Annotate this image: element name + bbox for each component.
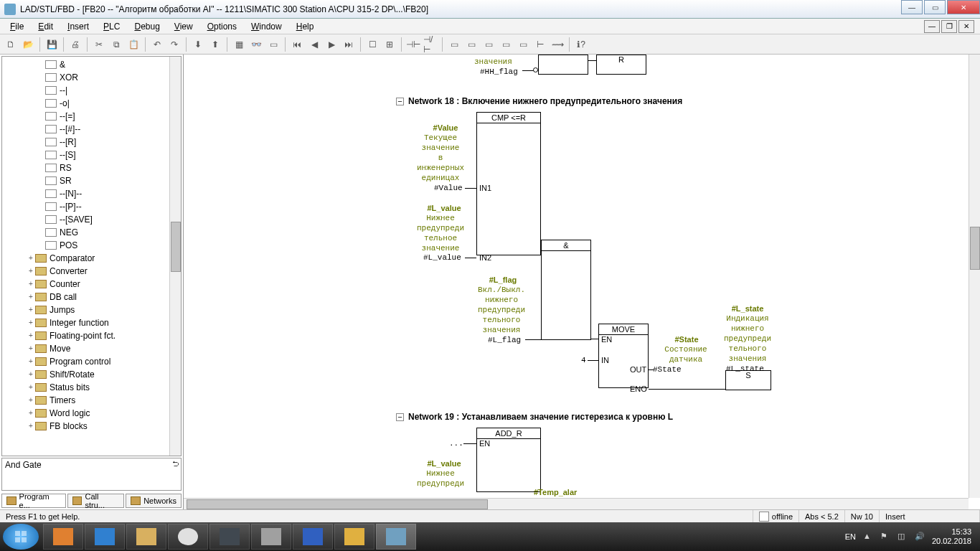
tree-item[interactable]: +Program control bbox=[8, 355, 181, 368]
task-paint[interactable] bbox=[334, 524, 374, 550]
fbd3-icon[interactable]: ▭ bbox=[481, 37, 496, 52]
fbd4-icon[interactable]: ▭ bbox=[498, 37, 514, 52]
menu-help[interactable]: Help bbox=[289, 20, 321, 33]
tree-item[interactable]: +DB call bbox=[8, 291, 181, 303]
task-explorer[interactable] bbox=[126, 524, 166, 550]
network-19-title[interactable]: −Network 19 : Устанавливаем значение гис… bbox=[396, 412, 673, 422]
start-button[interactable] bbox=[3, 524, 39, 550]
goto-next-icon[interactable]: ▶ bbox=[324, 37, 339, 52]
tree-item[interactable]: POS bbox=[8, 239, 181, 252]
minimize-button[interactable]: — bbox=[901, 0, 923, 14]
collapse-icon[interactable]: − bbox=[396, 413, 404, 421]
tree-item[interactable]: +Integer function bbox=[8, 316, 181, 329]
expand-icon[interactable]: + bbox=[27, 316, 35, 329]
tree-item[interactable]: --[N]-- bbox=[8, 187, 181, 200]
tree-item[interactable]: +Word logic bbox=[8, 407, 181, 420]
tree-item[interactable]: RS bbox=[8, 161, 181, 174]
tree-item[interactable]: --[S] bbox=[8, 149, 181, 161]
menu-debug[interactable]: Debug bbox=[127, 20, 166, 33]
paste-icon[interactable]: 📋 bbox=[126, 37, 141, 52]
mdi-restore[interactable]: ❐ bbox=[941, 20, 957, 33]
tree-item[interactable]: +FB blocks bbox=[8, 420, 181, 433]
mdi-close[interactable]: ✕ bbox=[958, 20, 974, 33]
help-icon[interactable]: ℹ? bbox=[573, 37, 589, 52]
tree-item[interactable]: +Move bbox=[8, 342, 181, 355]
flag-icon[interactable]: ⚑ bbox=[880, 532, 890, 542]
menu-plc[interactable]: PLC bbox=[96, 20, 127, 33]
menu-edit[interactable]: Edit bbox=[31, 20, 60, 33]
expand-icon[interactable]: + bbox=[27, 291, 35, 303]
frag-block[interactable] bbox=[538, 55, 588, 75]
expand-icon[interactable]: + bbox=[27, 252, 35, 265]
tree-item[interactable]: +Counter bbox=[8, 278, 181, 291]
expand-icon[interactable]: + bbox=[27, 394, 35, 407]
expand-icon[interactable]: + bbox=[27, 265, 35, 278]
tree-item[interactable]: --| bbox=[8, 84, 181, 97]
expand-icon[interactable]: + bbox=[27, 407, 35, 420]
tab-program-elements[interactable]: Program e... bbox=[1, 494, 66, 508]
print-icon[interactable]: 🖨 bbox=[67, 37, 83, 52]
editor-scrollbar-h[interactable] bbox=[184, 498, 969, 509]
expand-icon[interactable]: + bbox=[27, 368, 35, 381]
expand-icon[interactable]: + bbox=[27, 355, 35, 368]
tree-scrollbar[interactable] bbox=[169, 57, 181, 456]
module-icon[interactable]: ▦ bbox=[231, 37, 247, 52]
tree-item[interactable]: +Jumps bbox=[8, 303, 181, 316]
expand-icon[interactable]: + bbox=[27, 303, 35, 316]
tree-item[interactable]: --[R] bbox=[8, 136, 181, 149]
editor-scrollbar-v[interactable] bbox=[969, 55, 980, 498]
branch-icon[interactable]: ⊢ bbox=[532, 37, 548, 52]
new-icon[interactable]: 🗋 bbox=[3, 37, 19, 52]
fbd2-icon[interactable]: ▭ bbox=[463, 37, 479, 52]
tree-item[interactable]: +Converter bbox=[8, 265, 181, 278]
network-18-title[interactable]: −Network 18 : Включение нижнего предупре… bbox=[396, 96, 682, 106]
overview-icon[interactable]: ⊞ bbox=[382, 37, 397, 52]
tray-up-icon[interactable]: ▲ bbox=[863, 532, 873, 542]
collapse-icon[interactable]: ⮌ bbox=[172, 460, 179, 468]
menu-window[interactable]: Window bbox=[244, 20, 289, 33]
monitor-icon[interactable]: 👓 bbox=[248, 37, 264, 52]
task-chrome[interactable] bbox=[168, 524, 208, 550]
editor-thumb-h[interactable] bbox=[187, 499, 488, 509]
cut-icon[interactable]: ✂ bbox=[91, 37, 107, 52]
tree-scroll-thumb[interactable] bbox=[171, 222, 181, 272]
collapse-icon[interactable]: − bbox=[396, 98, 404, 105]
task-tia[interactable] bbox=[209, 524, 250, 550]
addr-block[interactable]: ADD_R bbox=[476, 428, 541, 492]
expand-icon[interactable]: + bbox=[27, 329, 35, 342]
clock[interactable]: 15:33 20.02.2018 bbox=[932, 527, 971, 546]
task-app1[interactable] bbox=[251, 524, 291, 550]
tree-item[interactable]: +Status bits bbox=[8, 381, 181, 394]
goto-first-icon[interactable]: ⏮ bbox=[289, 37, 305, 52]
fbd5-icon[interactable]: ▭ bbox=[515, 37, 531, 52]
tree-item[interactable]: +Floating-point fct. bbox=[8, 329, 181, 342]
close-button[interactable]: ✕ bbox=[947, 0, 980, 14]
maximize-button[interactable]: ▭ bbox=[924, 0, 946, 14]
and-block[interactable]: & bbox=[541, 240, 591, 340]
editor-thumb-v[interactable] bbox=[970, 227, 980, 270]
view-icon[interactable]: ☐ bbox=[364, 37, 380, 52]
volume-icon[interactable]: 🔊 bbox=[915, 532, 925, 542]
block-icon[interactable]: ▭ bbox=[265, 37, 281, 52]
tab-networks[interactable]: Networks bbox=[126, 494, 182, 508]
expand-icon[interactable]: + bbox=[27, 420, 35, 433]
tree-item[interactable]: +Timers bbox=[8, 394, 181, 407]
goto-last-icon[interactable]: ⏭ bbox=[341, 37, 357, 52]
menu-file[interactable]: File bbox=[3, 20, 31, 33]
task-mediaplayer[interactable] bbox=[43, 524, 83, 550]
undo-icon[interactable]: ↶ bbox=[149, 37, 165, 52]
tree-item[interactable]: & bbox=[8, 58, 181, 71]
contact-nc-icon[interactable]: ⊣/⊢ bbox=[423, 37, 438, 52]
contact-no-icon[interactable]: ⊣⊢ bbox=[405, 37, 421, 52]
task-step7[interactable] bbox=[376, 524, 416, 550]
network-icon[interactable]: ◫ bbox=[897, 532, 908, 542]
tree-item[interactable]: +Comparator bbox=[8, 252, 181, 265]
tree-item[interactable]: +Shift/Rotate bbox=[8, 368, 181, 381]
connect-icon[interactable]: ⟿ bbox=[550, 37, 565, 52]
fbd1-icon[interactable]: ▭ bbox=[446, 37, 462, 52]
tree-item[interactable]: NEG bbox=[8, 226, 181, 239]
tab-call-structure[interactable]: Call stru... bbox=[67, 494, 124, 508]
editor-canvas[interactable]: значения #HH_flag R −Network 18 : Включе… bbox=[184, 55, 969, 498]
redo-icon[interactable]: ↷ bbox=[166, 37, 182, 52]
tree-item[interactable]: -o| bbox=[8, 97, 181, 110]
